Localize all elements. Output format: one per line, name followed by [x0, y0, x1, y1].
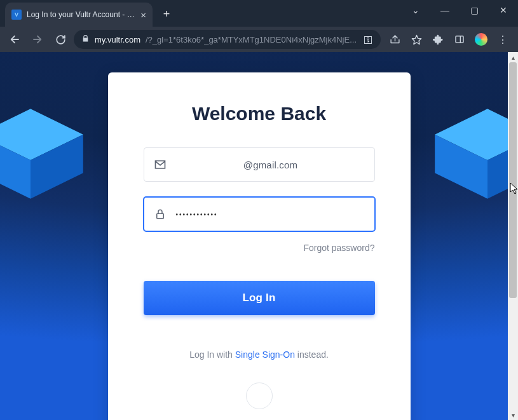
decorative-cube-right — [429, 103, 518, 205]
window-titlebar: V Log In to your Vultr Account - Vu × + … — [0, 0, 518, 27]
close-window-button[interactable]: ✕ — [489, 0, 518, 20]
chevron-down-icon[interactable]: ⌄ — [401, 0, 430, 20]
svg-marker-3 — [412, 35, 421, 44]
scrollbar[interactable]: ▴ ▾ — [508, 52, 518, 420]
mouse-cursor — [510, 182, 518, 198]
login-card: Welcome Back @gmail.com •••••••••••• For… — [108, 72, 411, 420]
password-value: •••••••••••• — [176, 211, 365, 218]
login-heading: Welcome Back — [144, 103, 375, 125]
extensions-icon[interactable] — [428, 30, 448, 49]
sso-suffix: instead. — [295, 349, 329, 360]
profile-extension-icon[interactable] — [471, 30, 491, 49]
forward-button[interactable] — [28, 30, 47, 49]
side-panel-icon[interactable] — [449, 30, 470, 49]
lock-icon — [81, 34, 90, 44]
url-path: /?_gl=1*6t3ko6*_ga*MTYxMTg1NDE0Ni4xNjgzM… — [146, 35, 358, 44]
page-viewport: Welcome Back @gmail.com •••••••••••• For… — [0, 52, 518, 420]
browser-toolbar: my.vultr.com /?_gl=1*6t3ko6*_ga*MTYxMTg1… — [0, 27, 518, 52]
browser-tab[interactable]: V Log In to your Vultr Account - Vu × — [5, 3, 153, 27]
new-tab-button[interactable]: + — [158, 5, 175, 23]
maximize-button[interactable]: ▢ — [460, 0, 489, 20]
sso-row: Log In with Single Sign-On instead. — [144, 349, 375, 360]
sso-link[interactable]: Single Sign-On — [235, 349, 295, 360]
sso-prefix: Log In with — [189, 349, 235, 360]
minimize-button[interactable]: — — [430, 0, 460, 20]
password-field[interactable]: •••••••••••• — [144, 197, 375, 231]
email-field[interactable]: @gmail.com — [144, 147, 375, 182]
bookmark-star-icon[interactable] — [406, 30, 426, 49]
tab-title: Log In to your Vultr Account - Vu — [27, 10, 135, 19]
forgot-password-link[interactable]: Forgot password? — [144, 243, 375, 253]
envelope-icon — [153, 158, 167, 171]
kebab-menu-icon[interactable]: ⋮ — [493, 30, 513, 49]
scroll-up-icon[interactable]: ▴ — [508, 52, 518, 62]
address-bar[interactable]: my.vultr.com /?_gl=1*6t3ko6*_ga*MTYxMTg1… — [74, 30, 381, 49]
close-icon[interactable]: × — [140, 10, 146, 20]
key-icon[interactable]: ⚿ — [364, 34, 373, 45]
back-button[interactable] — [5, 30, 24, 49]
share-icon[interactable] — [385, 30, 405, 49]
vultr-favicon: V — [11, 10, 22, 20]
svg-rect-4 — [456, 36, 463, 43]
divider-circle — [246, 383, 273, 409]
svg-rect-13 — [156, 213, 163, 219]
decorative-cube-left — [0, 103, 89, 205]
lock-icon — [153, 208, 167, 220]
login-button[interactable]: Log In — [144, 281, 375, 315]
scroll-down-icon[interactable]: ▾ — [508, 410, 518, 420]
scrollbar-thumb[interactable] — [509, 62, 517, 298]
url-host: my.vultr.com — [95, 35, 140, 44]
email-value: @gmail.com — [176, 159, 365, 170]
reload-button[interactable] — [51, 30, 70, 49]
